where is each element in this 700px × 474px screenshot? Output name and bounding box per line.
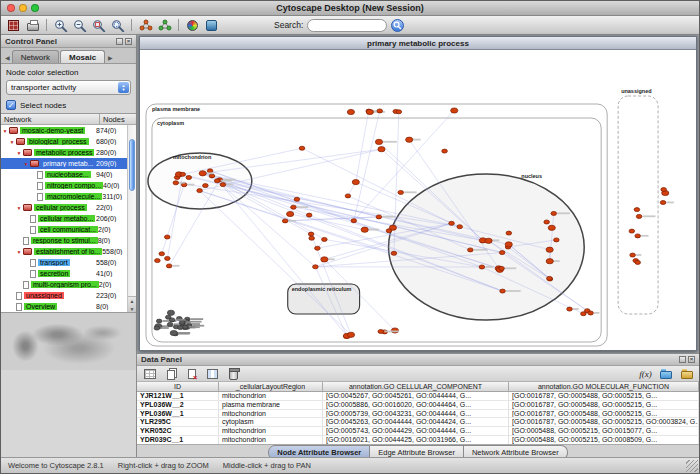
control-panel-header: Control Panel × <box>1 35 136 48</box>
column-header[interactable]: _cellularLayoutRegion <box>219 382 323 391</box>
table-cell: YLR295C <box>137 418 219 426</box>
folder-icon <box>16 138 25 145</box>
tree-row[interactable]: ▼establishment of lo...558(0) <box>1 246 136 257</box>
expander-icon[interactable]: ▼ <box>1 128 9 134</box>
scrollbar-thumb[interactable] <box>129 139 135 191</box>
expander-icon[interactable]: ▼ <box>22 161 30 167</box>
zoom-in-icon[interactable] <box>52 17 69 33</box>
tab-network-attribute-browser[interactable]: Network Attribute Browser <box>464 445 568 457</box>
tree-row[interactable]: ▼metabolic process280(0) <box>1 147 136 158</box>
expander-icon[interactable]: ▼ <box>15 249 23 255</box>
tab-node-attribute-browser[interactable]: Node Attribute Browser <box>268 445 370 457</box>
close-panel-button[interactable]: × <box>125 38 132 45</box>
network-manager-icon[interactable] <box>156 17 173 33</box>
float-data-panel-button[interactable] <box>679 356 686 363</box>
open-session-icon[interactable] <box>5 17 22 33</box>
table-row[interactable]: YDR039C__1mitochondrion[GO:0016021, GO:0… <box>137 436 699 445</box>
node-color-selection-label: Node color selection <box>6 68 131 77</box>
zoom-selected-icon[interactable] <box>90 17 107 33</box>
tree-row[interactable]: ▼mosaic-demo-yeast874(0) <box>1 125 136 136</box>
tree-row[interactable]: multi-organism pro...2(0) <box>1 279 136 290</box>
expander-icon[interactable]: ▼ <box>15 205 23 211</box>
search-input[interactable] <box>307 19 387 32</box>
minimize-window-button[interactable] <box>19 4 27 12</box>
select-nodes-label: Select nodes <box>20 101 66 110</box>
tab-edge-attribute-browser[interactable]: Edge Attribute Browser <box>370 445 464 457</box>
tree-row[interactable]: transport558(0) <box>1 257 136 268</box>
plugin-manager-icon[interactable] <box>203 17 220 33</box>
tab-mosaic[interactable]: Mosaic <box>60 50 105 63</box>
select-nodes-checkbox[interactable]: ✓ <box>6 100 16 110</box>
create-attribute-icon[interactable] <box>162 366 179 382</box>
tree-row-label: nitrogen compo... <box>45 182 103 189</box>
table-cell: [GO:0045267, GO:0045261, GO:0044444, G..… <box>323 392 509 400</box>
resize-grip[interactable] <box>686 460 698 472</box>
select-attributes-icon[interactable] <box>141 366 158 382</box>
table-row[interactable]: YJR121W__1mitochondrion[GO:0045267, GO:0… <box>137 392 699 401</box>
tree-column-network[interactable]: Network <box>1 114 100 124</box>
tree-row[interactable]: ▼primary metab...209(0) <box>1 158 136 169</box>
import-attributes-icon[interactable] <box>657 366 674 382</box>
open-attributes-icon[interactable] <box>678 366 695 382</box>
network-window: primary metabolic process plasma membran… <box>139 36 697 351</box>
vizmapper-icon[interactable] <box>184 17 201 33</box>
tree-column-nodes[interactable]: Nodes <box>100 114 136 124</box>
search-button[interactable] <box>391 19 404 32</box>
tree-row-count: 223(0) <box>96 292 126 299</box>
table-row[interactable]: YPL036W__1mitochondrion[GO:0005739, GO:0… <box>137 410 699 419</box>
tree-row[interactable]: ▼biological_process680(0) <box>1 136 136 147</box>
cytoscape-window: Cytoscape Desktop (New Session) Search: … <box>0 0 700 474</box>
tree-row[interactable]: nitrogen compo...40(0) <box>1 180 136 191</box>
window-titlebar[interactable]: Cytoscape Desktop (New Session) <box>1 1 699 16</box>
tree-row[interactable]: Overview8(0) <box>1 301 136 312</box>
attribute-browser-tabs: Node Attribute BrowserEdge Attribute Bro… <box>137 445 699 457</box>
node-color-select[interactable]: transporter activity ▲▼ <box>6 80 131 95</box>
tab-network[interactable]: Network <box>12 50 59 63</box>
table-cell: [GO:0005488, GO:0005215, GO:0015077, G..… <box>509 427 699 435</box>
network-graph[interactable]: plasma membranecytoplasmmitochondrionnuc… <box>140 50 696 350</box>
formula-builder-icon[interactable]: f(x) <box>638 367 653 381</box>
main-toolbar: Search: <box>1 16 699 35</box>
table-row[interactable]: YLR295Ccytoplasm[GO:0045263, GO:0044444,… <box>137 418 699 427</box>
new-network-icon[interactable] <box>137 17 154 33</box>
delete-row-icon[interactable] <box>225 366 242 382</box>
tree-row[interactable]: unassigned223(0) <box>1 290 136 301</box>
tree-row[interactable]: macromolecule...311(0) <box>1 191 136 202</box>
network-canvas[interactable]: plasma membranecytoplasmmitochondrionnuc… <box>140 50 696 350</box>
tree-row[interactable]: nucleobase...94(0) <box>1 169 136 180</box>
tree-row[interactable]: secretion41(0) <box>1 268 136 279</box>
tree-scrollbar[interactable]: ▲▼ <box>127 125 136 312</box>
zoom-window-button[interactable] <box>31 4 39 12</box>
column-header[interactable]: annotation.GO MOLECULAR_FUNCTION <box>509 382 699 391</box>
tree-row-label: response to stimul... <box>31 237 98 244</box>
expander-icon[interactable]: ▼ <box>8 139 16 145</box>
column-header[interactable]: annotation.GO CELLULAR_COMPONENT <box>323 382 509 391</box>
tab-scroll-left-icon[interactable]: ◀ <box>3 54 12 63</box>
page-icon <box>16 292 22 300</box>
expander-icon[interactable]: ▼ <box>15 150 23 156</box>
delete-attribute-icon[interactable] <box>183 366 200 382</box>
network-desktop: primary metabolic process plasma membran… <box>137 35 699 353</box>
tree-row[interactable]: response to stimul...8(0) <box>1 235 136 246</box>
scrollbar-arrows-icon[interactable]: ▲▼ <box>128 296 136 312</box>
attribute-columns-icon[interactable] <box>204 366 221 382</box>
tree-row[interactable]: cellular metabo...206(0) <box>1 213 136 224</box>
zoom-out-icon[interactable] <box>71 17 88 33</box>
print-icon[interactable] <box>24 17 41 33</box>
table-cell: [GO:0016787, GO:0005488, GO:0005215, G..… <box>509 392 699 400</box>
column-header[interactable]: ID <box>137 382 219 391</box>
network-window-title[interactable]: primary metabolic process <box>140 37 696 50</box>
float-panel-button[interactable] <box>116 38 123 45</box>
tree-row-count: 41(0) <box>96 270 126 277</box>
network-overview-thumbnail[interactable] <box>1 312 136 370</box>
table-cell: [GO:0016787, GO:0005488, GO:0005215, GO:… <box>509 418 699 426</box>
tree-row[interactable]: cell communicat...2(0) <box>1 224 136 235</box>
tree-row-count: 8(0) <box>98 237 128 244</box>
table-row[interactable]: YPL036W__2plasma membrane[GO:0005886, GO… <box>137 401 699 410</box>
table-row[interactable]: YKR052Cmitochondrion[GO:0005743, GO:0044… <box>137 427 699 436</box>
close-data-panel-button[interactable]: × <box>688 356 695 363</box>
zoom-fit-icon[interactable] <box>109 17 126 33</box>
close-window-button[interactable] <box>7 4 15 12</box>
tree-row[interactable]: ▼cellular process22(0) <box>1 202 136 213</box>
tab-scroll-right-icon[interactable]: ▶ <box>106 54 115 63</box>
